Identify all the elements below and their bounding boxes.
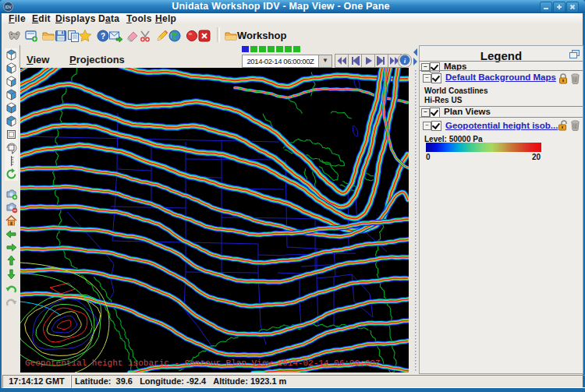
svg-text:Geopotential height isobaric -: Geopotential height isobaric - Contour P… <box>25 358 381 368</box>
svg-text:?: ? <box>101 32 105 41</box>
